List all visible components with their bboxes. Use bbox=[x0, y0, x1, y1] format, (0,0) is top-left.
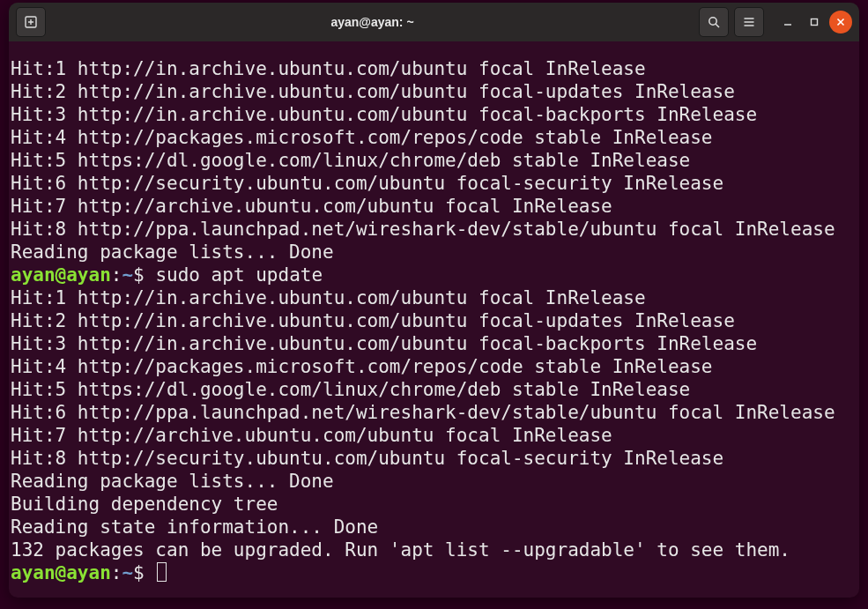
output-line: Hit:2 http://in.archive.ubuntu.com/ubunt… bbox=[11, 81, 735, 102]
close-button[interactable] bbox=[829, 11, 852, 33]
svg-rect-9 bbox=[812, 19, 818, 26]
output-line: Hit:5 https://dl.google.com/linux/chrome… bbox=[11, 150, 690, 171]
output-line: Hit:7 http://archive.ubuntu.com/ubuntu f… bbox=[11, 425, 612, 446]
minimize-button[interactable] bbox=[776, 11, 799, 33]
cursor bbox=[157, 562, 167, 582]
menu-button[interactable] bbox=[734, 7, 764, 37]
output-line: Hit:7 http://archive.ubuntu.com/ubuntu f… bbox=[11, 196, 612, 217]
maximize-button[interactable] bbox=[803, 11, 826, 33]
output-line: Hit:8 http://ppa.launchpad.net/wireshark… bbox=[11, 219, 835, 240]
prompt-user-host: ayan@ayan bbox=[11, 562, 111, 583]
search-icon bbox=[707, 15, 721, 29]
output-line: Reading package lists... Done bbox=[11, 241, 334, 263]
output-line: Reading state information... Done bbox=[11, 516, 378, 538]
new-tab-icon bbox=[23, 14, 39, 30]
command-text: sudo apt update bbox=[145, 264, 323, 286]
prompt-dollar: $ bbox=[133, 562, 145, 583]
output-line: Hit:1 http://in.archive.ubuntu.com/ubunt… bbox=[11, 58, 646, 79]
output-line: Hit:4 http://packages.microsoft.com/repo… bbox=[11, 356, 713, 377]
window-title: ayan@ayan: ~ bbox=[46, 15, 699, 29]
prompt-dollar: $ bbox=[133, 264, 145, 286]
output-line: Hit:2 http://in.archive.ubuntu.com/ubunt… bbox=[11, 310, 735, 331]
output-line: Hit:8 http://security.ubuntu.com/ubuntu … bbox=[11, 448, 723, 469]
output-line: Hit:1 http://in.archive.ubuntu.com/ubunt… bbox=[11, 287, 646, 308]
hamburger-icon bbox=[742, 15, 756, 29]
output-line: Hit:5 https://dl.google.com/linux/chrome… bbox=[11, 379, 690, 400]
terminal-window: ayan@ayan: ~ bbox=[9, 3, 859, 598]
output-line: Hit:6 http://ppa.launchpad.net/wireshark… bbox=[11, 402, 835, 423]
close-icon bbox=[835, 17, 846, 27]
svg-line-4 bbox=[716, 24, 719, 27]
prompt-user-host: ayan@ayan bbox=[11, 264, 111, 286]
titlebar: ayan@ayan: ~ bbox=[9, 3, 859, 41]
output-line: Hit:3 http://in.archive.ubuntu.com/ubunt… bbox=[11, 104, 757, 125]
svg-point-3 bbox=[709, 18, 716, 25]
minimize-icon bbox=[783, 17, 793, 27]
output-line: Building dependency tree bbox=[11, 494, 278, 515]
new-tab-button[interactable] bbox=[16, 7, 46, 37]
output-line: Hit:6 http://security.ubuntu.com/ubuntu … bbox=[11, 173, 723, 194]
output-line: Reading package lists... Done bbox=[11, 471, 334, 492]
prompt-path: ~ bbox=[122, 264, 133, 286]
maximize-icon bbox=[809, 17, 820, 27]
output-line: Hit:4 http://packages.microsoft.com/repo… bbox=[11, 127, 713, 148]
output-line: Hit:3 http://in.archive.ubuntu.com/ubunt… bbox=[11, 333, 757, 354]
terminal-content[interactable]: Hit:1 http://in.archive.ubuntu.com/ubunt… bbox=[9, 41, 859, 598]
search-button[interactable] bbox=[699, 7, 729, 37]
output-line: 132 packages can be upgraded. Run 'apt l… bbox=[11, 539, 790, 561]
prompt-path: ~ bbox=[122, 562, 133, 583]
